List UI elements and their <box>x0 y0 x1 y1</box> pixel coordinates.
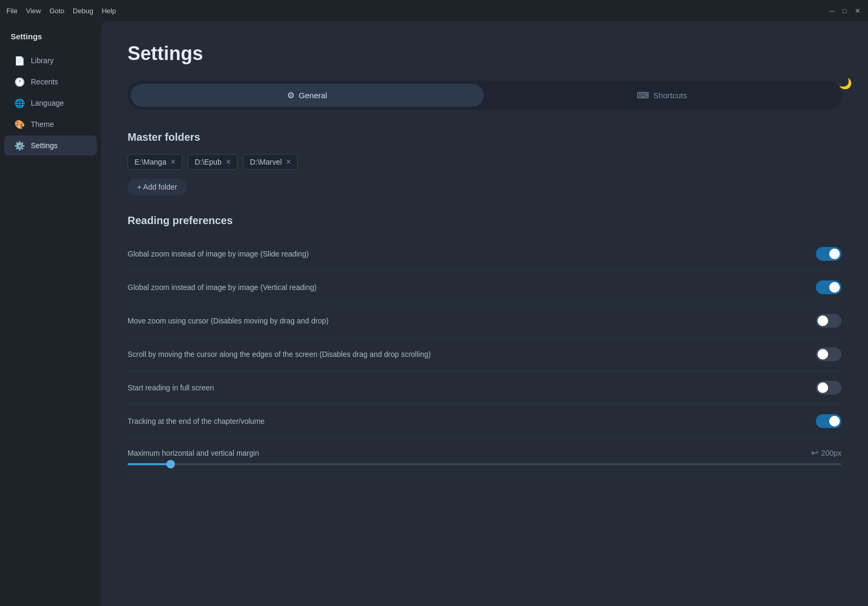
tab-general[interactable]: ⚙ General <box>131 84 484 107</box>
sidebar-item-library[interactable]: 📄 Library <box>4 50 97 71</box>
maximize-button[interactable]: □ <box>840 6 849 15</box>
toggle-knob-tracking-end <box>829 416 840 426</box>
window-controls: ─ □ ✕ <box>828 6 862 15</box>
toggle-global-zoom-slide[interactable] <box>816 247 841 261</box>
toggle-knob-start-fullscreen <box>818 382 828 393</box>
toggle-knob-global-zoom-vertical <box>829 282 840 293</box>
pref-item-move-zoom-cursor: Move zoom using cursor (Disables moving … <box>128 304 841 338</box>
slider-fill <box>128 463 171 465</box>
pref-label-global-zoom-slide: Global zoom instead of image by image (S… <box>128 250 309 258</box>
tab-shortcuts[interactable]: ⌨ Shortcuts <box>486 84 839 107</box>
sidebar-item-theme[interactable]: 🎨 Theme <box>4 114 97 134</box>
slider-value-display: ↩ 200px <box>811 448 841 458</box>
general-icon: ⚙ <box>287 90 294 100</box>
sidebar-item-recents[interactable]: 🕐 Recents <box>4 72 97 92</box>
minimize-button[interactable]: ─ <box>828 6 836 15</box>
margin-slider-item: Maximum horizontal and vertical margin ↩… <box>128 438 841 475</box>
main-content: Settings ⚙ General ⌨ Shortcuts Master fo… <box>101 21 868 606</box>
toggle-knob-move-zoom-cursor <box>818 315 828 326</box>
close-button[interactable]: ✕ <box>853 6 862 15</box>
slider-track[interactable] <box>128 463 841 465</box>
slider-current-value: 200px <box>821 449 841 457</box>
pref-label-move-zoom-cursor: Move zoom using cursor (Disables moving … <box>128 317 328 325</box>
pref-item-scroll-cursor-edge: Scroll by moving the cursor along the ed… <box>128 338 841 371</box>
slider-header: Maximum horizontal and vertical margin ↩… <box>128 448 841 458</box>
reading-preferences-title: Reading preferences <box>128 215 841 227</box>
pref-label-start-fullscreen: Start reading in full screen <box>128 383 214 392</box>
master-folders-title: Master folders <box>128 131 841 143</box>
menu-bar: FileViewGotoDebugHelp <box>6 7 116 15</box>
menu-item-help[interactable]: Help <box>102 7 116 15</box>
pref-label-tracking-end: Tracking at the end of the chapter/volum… <box>128 417 265 425</box>
shortcuts-icon: ⌨ <box>637 90 649 100</box>
menu-item-file[interactable]: File <box>6 7 18 15</box>
app-container: Settings 📄 Library 🕐 Recents 🌐 Language … <box>0 21 868 606</box>
toggle-tracking-end[interactable] <box>816 414 841 428</box>
toggle-global-zoom-vertical[interactable] <box>816 280 841 294</box>
pref-item-start-fullscreen: Start reading in full screen <box>128 371 841 405</box>
master-folders-section: Master folders E:\Manga × D:\Epub × D:\M… <box>128 131 841 195</box>
theme-icon: 🎨 <box>15 120 24 129</box>
folder-remove-emanga[interactable]: × <box>171 158 175 166</box>
reading-preferences-section: Reading preferences Global zoom instead … <box>128 215 841 475</box>
folders-container: E:\Manga × D:\Epub × D:\Marvel × <box>128 154 841 170</box>
pref-item-global-zoom-vertical: Global zoom instead of image by image (V… <box>128 271 841 304</box>
folder-label-dmarvel: D:\Marvel <box>250 158 282 166</box>
folder-tag-depub: D:\Epub × <box>188 154 238 170</box>
sidebar-item-language[interactable]: 🌐 Language <box>4 93 97 113</box>
menu-item-debug[interactable]: Debug <box>73 7 93 15</box>
recents-icon: 🕐 <box>15 77 24 87</box>
header-actions: 🌙 <box>839 77 852 90</box>
tab-shortcuts-label: Shortcuts <box>653 91 687 100</box>
pref-label-scroll-cursor-edge: Scroll by moving the cursor along the ed… <box>128 350 431 359</box>
slider-label: Maximum horizontal and vertical margin <box>128 449 259 457</box>
sidebar-item-settings[interactable]: ⚙️ Settings <box>4 135 97 156</box>
folder-tag-emanga: E:\Manga × <box>128 154 182 170</box>
folder-remove-depub[interactable]: × <box>226 158 231 166</box>
toggle-move-zoom-cursor[interactable] <box>816 314 841 328</box>
sidebar-label-recents: Recents <box>31 78 58 86</box>
folder-label-emanga: E:\Manga <box>134 158 166 166</box>
slider-thumb[interactable] <box>166 460 175 468</box>
settings-icon: ⚙️ <box>15 141 24 150</box>
toggle-start-fullscreen[interactable] <box>816 381 841 395</box>
menu-item-view[interactable]: View <box>26 7 41 15</box>
language-icon: 🌐 <box>15 98 24 108</box>
pref-item-tracking-end: Tracking at the end of the chapter/volum… <box>128 405 841 438</box>
sidebar-label-settings: Settings <box>31 141 58 150</box>
tab-bar: ⚙ General ⌨ Shortcuts <box>128 81 841 110</box>
sidebar-title: Settings <box>0 28 101 49</box>
sidebar-label-language: Language <box>31 99 64 107</box>
sidebar-label-library: Library <box>31 56 54 65</box>
main-wrapper: Settings ⚙ General ⌨ Shortcuts Master fo… <box>101 21 868 606</box>
pref-label-global-zoom-vertical: Global zoom instead of image by image (V… <box>128 283 317 292</box>
pref-item-global-zoom-slide: Global zoom instead of image by image (S… <box>128 237 841 271</box>
library-icon: 📄 <box>15 56 24 65</box>
night-mode-icon[interactable]: 🌙 <box>839 78 852 89</box>
toggle-knob-scroll-cursor-edge <box>818 349 828 360</box>
folder-remove-dmarvel[interactable]: × <box>286 158 291 166</box>
folder-label-depub: D:\Epub <box>195 158 222 166</box>
slider-reset-button[interactable]: ↩ <box>811 448 818 458</box>
menu-item-goto[interactable]: Goto <box>49 7 64 15</box>
title-bar: FileViewGotoDebugHelp ─ □ ✕ <box>0 0 868 21</box>
folder-tag-dmarvel: D:\Marvel × <box>243 154 298 170</box>
page-title: Settings <box>128 42 841 65</box>
toggle-scroll-cursor-edge[interactable] <box>816 347 841 361</box>
add-folder-button[interactable]: + Add folder <box>128 178 187 195</box>
tab-general-label: General <box>299 91 327 100</box>
toggle-knob-global-zoom-slide <box>829 249 840 259</box>
sidebar-label-theme: Theme <box>31 120 54 129</box>
sidebar: Settings 📄 Library 🕐 Recents 🌐 Language … <box>0 21 101 606</box>
